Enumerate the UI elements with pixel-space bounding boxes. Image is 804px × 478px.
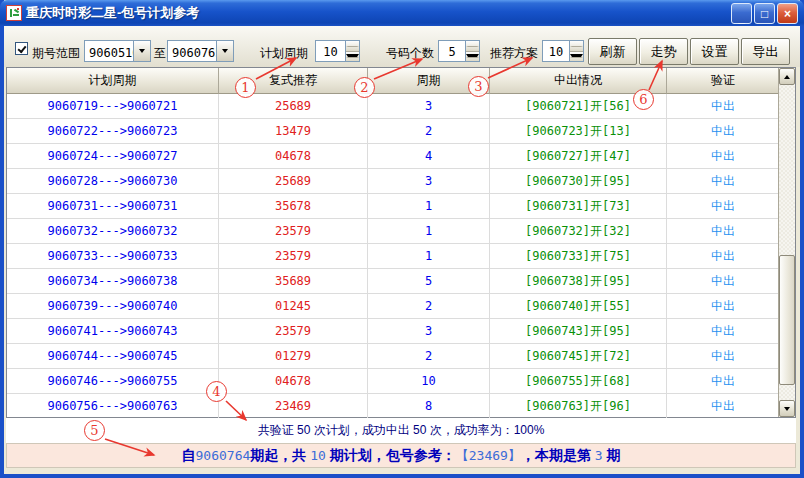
table-row[interactable]: 9060756--->9060763 23469 8 [9060763]开[96… [7,394,795,419]
cell-cycle: 4 [368,144,490,168]
footer-text: 自9060764期起，共 10 期计划，包号参考：【23469】，本期是第 3 … [182,446,621,465]
toolbar: 期号范围 至 计划周期 号码个数 推荐方案 [4,26,800,67]
table-row[interactable]: 9060724--->9060727 04678 4 [9060727]开[47… [7,144,795,169]
number-count-spinner[interactable] [438,40,480,62]
table-body: 9060719--->9060721 25689 3 [9060721]开[56… [7,94,795,419]
to-label: 至 [154,45,166,62]
cell-cycle: 2 [368,119,490,143]
annotation-circle-4: 4 [206,381,227,402]
cell-cycle: 1 [368,194,490,218]
table-row[interactable]: 9060722--->9060723 13479 2 [9060723]开[13… [7,119,795,144]
recommend-spinner[interactable] [542,40,584,62]
chevron-down-icon[interactable] [216,41,233,61]
table-row[interactable]: 9060733--->9060733 23579 1 [9060733]开[75… [7,244,795,269]
cell-plan-period: 9060719--->9060721 [7,94,219,118]
spin-down-icon[interactable] [570,52,583,62]
cell-verify: 中出 [667,194,779,218]
annotation-circle-2: 2 [354,77,375,98]
range-from-combobox[interactable] [84,40,151,62]
close-button[interactable]: × [777,3,798,24]
spin-up-icon[interactable] [570,41,583,52]
table-row[interactable]: 9060719--->9060721 25689 3 [9060721]开[56… [7,94,795,119]
annotation-circle-3: 3 [468,76,489,97]
cell-cycle: 2 [368,294,490,318]
scroll-down-icon[interactable] [779,400,795,417]
cell-plan-period: 9060731--->9060731 [7,194,219,218]
cell-plan-period: 9060732--->9060732 [7,219,219,243]
cell-recommend: 23469 [219,394,368,418]
table-row[interactable]: 9060734--->9060738 35689 5 [9060738]开[95… [7,269,795,294]
cell-plan-period: 9060724--->9060727 [7,144,219,168]
cell-recommend: 35689 [219,269,368,293]
range-checkbox[interactable] [15,42,28,55]
annotation-circle-5: 5 [84,420,105,441]
spin-down-icon[interactable] [346,52,359,62]
content-area: 期号范围 至 计划周期 号码个数 推荐方案 [4,26,800,470]
range-from-input[interactable] [85,41,133,61]
cell-cycle: 3 [368,319,490,343]
column-header-verify[interactable]: 验证 [667,68,779,94]
table-row[interactable]: 9060739--->9060740 01245 2 [9060740]开[55… [7,294,795,319]
footer-segment: 自 [182,447,196,463]
recommend-input[interactable] [543,41,569,61]
scroll-up-icon[interactable] [779,68,795,85]
cell-cycle: 8 [368,394,490,418]
vertical-scrollbar[interactable] [778,68,795,417]
chevron-down-icon[interactable] [133,41,150,61]
cell-recommend: 04678 [219,369,368,393]
minimize-button[interactable]: _ [731,3,752,24]
footer-segment: ，本期是第 [521,447,595,463]
cell-result: [9060723]开[13] [490,119,667,143]
cell-plan-period: 9060746--->9060755 [7,369,219,393]
cell-recommend: 25689 [219,169,368,193]
maximize-button[interactable]: □ [754,3,775,24]
footer-segment: 【23469】 [456,448,521,463]
cell-recommend: 01245 [219,294,368,318]
cell-recommend: 35678 [219,194,368,218]
range-to-combobox[interactable] [167,40,234,62]
app-window: 重庆时时彩二星-包号计划参考 _ □ × 期号范围 至 计划周期 [0,0,804,478]
plan-cycle-label: 计划周期 [260,45,308,62]
cell-cycle: 3 [368,94,490,118]
cell-result: [9060727]开[47] [490,144,667,168]
trend-button[interactable]: 走势 [639,38,688,65]
table-row[interactable]: 9060746--->9060755 04678 10 [9060755]开[6… [7,369,795,394]
spin-up-icon[interactable] [346,41,359,52]
number-count-input[interactable] [439,41,465,61]
cell-recommend: 23579 [219,319,368,343]
plan-cycle-spinner[interactable] [315,40,360,62]
table-row[interactable]: 9060731--->9060731 35678 1 [9060731]开[73… [7,194,795,219]
cell-result: [9060738]开[95] [490,269,667,293]
range-to-input[interactable] [168,41,216,61]
table-row[interactable]: 9060728--->9060730 25689 3 [9060730]开[95… [7,169,795,194]
export-button[interactable]: 导出 [741,38,790,65]
table-row[interactable]: 9060744--->9060745 01279 2 [9060745]开[72… [7,344,795,369]
column-header-plan-period[interactable]: 计划周期 [7,68,219,94]
cell-recommend: 01279 [219,344,368,368]
cell-verify: 中出 [667,169,779,193]
spin-down-icon[interactable] [466,52,479,62]
table-header: 计划周期 复式推荐 周期 中出情况 验证 [7,68,795,94]
cell-plan-period: 9060722--->9060723 [7,119,219,143]
cell-cycle: 1 [368,219,490,243]
cell-cycle: 10 [368,369,490,393]
settings-button[interactable]: 设置 [690,38,739,65]
cell-plan-period: 9060741--->9060743 [7,319,219,343]
plan-cycle-input[interactable] [316,41,345,61]
cell-recommend: 25689 [219,94,368,118]
cell-result: [9060740]开[55] [490,294,667,318]
minimize-icon: _ [738,11,745,25]
table-row[interactable]: 9060732--->9060732 23579 1 [9060732]开[32… [7,219,795,244]
spin-up-icon[interactable] [466,41,479,52]
scrollbar-thumb[interactable] [779,255,795,385]
number-count-label: 号码个数 [386,45,434,62]
range-label: 期号范围 [32,45,80,62]
refresh-button[interactable]: 刷新 [588,38,637,65]
cell-result: [9060731]开[73] [490,194,667,218]
table-row[interactable]: 9060741--->9060743 23579 3 [9060743]开[95… [7,319,795,344]
cell-result: [9060763]开[96] [490,394,667,418]
cell-recommend: 23579 [219,219,368,243]
cell-verify: 中出 [667,94,779,118]
cell-plan-period: 9060733--->9060733 [7,244,219,268]
cell-verify: 中出 [667,319,779,343]
